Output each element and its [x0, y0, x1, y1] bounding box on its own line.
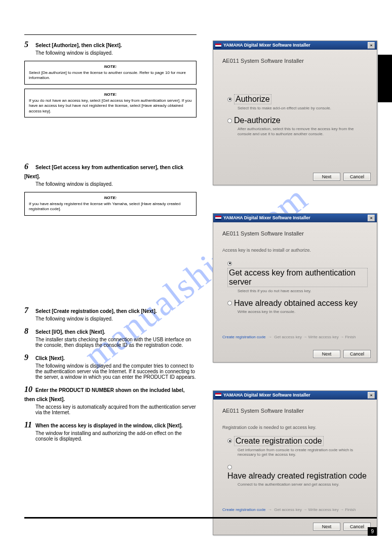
breadcrumb: Create registration code → Get access ke…: [222, 507, 368, 512]
step-sub: The installer starts checking the connec…: [35, 337, 197, 348]
close-icon[interactable]: ×: [368, 42, 375, 49]
side-tab: [378, 55, 392, 102]
next-button[interactable]: Next: [313, 350, 340, 358]
option-have-reg-code[interactable]: Have already created registration codeCo…: [227, 462, 368, 487]
app-icon: [215, 393, 221, 398]
installer-dialog-2: YAMAHA Digital Mixer Software Installer×…: [213, 213, 377, 363]
step-9: 9Click [Next].The following window is di…: [24, 353, 197, 380]
radio-label: De-authorize: [234, 116, 281, 125]
radio-label: Get access key from authentication serve…: [227, 268, 368, 287]
step-num: 10: [24, 385, 35, 394]
installer-dialog-1: YAMAHA Digital Mixer Software Installer×…: [213, 41, 377, 185]
step-sub: The following window is displayed.: [35, 50, 197, 56]
option-create-reg-code[interactable]: Create registration codeGet information …: [227, 436, 368, 457]
radio-icon[interactable]: [227, 301, 232, 305]
radio-icon[interactable]: [227, 97, 232, 102]
step-text: Select [I/O], then click [Next].: [35, 329, 105, 335]
note-body: If you do not have an access key, select…: [29, 98, 192, 114]
step-num: 8: [24, 327, 35, 336]
next-button[interactable]: Next: [313, 523, 340, 531]
step-11: 11When the access key is displayed in th…: [24, 420, 197, 442]
step-6: 6Select [Get access key from authenticat…: [24, 162, 197, 187]
option-desc: After authorization, select this to remo…: [238, 127, 368, 136]
dialog-title: YAMAHA Digital Mixer Software Installer: [223, 392, 310, 398]
step-text: When the access key is displayed in the …: [35, 423, 183, 428]
step-8: 8Select [I/O], then click [Next].The ins…: [24, 327, 197, 348]
dialog-lead: Registration code is needed to get acces…: [222, 425, 368, 430]
radio-label: Create registration code: [234, 436, 324, 446]
cancel-button[interactable]: Cancel: [343, 173, 371, 181]
step-text: Select [Authorize], then click [Next].: [35, 43, 122, 48]
step-5: 5Select [Authorize], then click [Next].T…: [24, 40, 197, 56]
step-10: 10Enter the PRODUCT ID NUMBER shown on t…: [24, 385, 197, 415]
dialog-title: YAMAHA Digital Mixer Software Installer: [223, 215, 310, 220]
titlebar[interactable]: YAMAHA Digital Mixer Software Installer×: [213, 391, 377, 400]
step-num: 11: [24, 420, 35, 429]
app-icon: [215, 216, 221, 220]
dialog-heading: AE011 System Software Installer: [222, 408, 368, 414]
radio-icon[interactable]: [227, 261, 232, 266]
step-text: Click [Next].: [35, 355, 65, 361]
step-sub: The access key is automatically acquired…: [35, 404, 197, 415]
footer-rule: [24, 517, 377, 519]
header-rule: [24, 34, 197, 35]
radio-label: Have already obtained access key: [234, 299, 358, 308]
note-body: Select [De-authorize] to move the licens…: [29, 70, 192, 81]
titlebar[interactable]: YAMAHA Digital Mixer Software Installer×: [213, 214, 377, 222]
app-icon: [215, 44, 221, 48]
step-text: Enter the PRODUCT ID NUMBER shown on the…: [24, 387, 184, 402]
next-button[interactable]: Next: [313, 173, 340, 181]
dialog-heading: AE011 System Software Installer: [222, 58, 368, 64]
step-sub: The window for installing and authorizin…: [35, 430, 197, 442]
option-desc: Write access key in the console.: [238, 309, 368, 314]
note-2: NOTE:If you do not have an access key, s…: [24, 89, 197, 117]
note-body: If you have already registered the licen…: [29, 202, 192, 212]
step-sub: The following window is displayed.: [35, 181, 197, 187]
radio-icon[interactable]: [227, 118, 232, 123]
radio-label: Authorize: [234, 94, 271, 104]
close-icon[interactable]: ×: [368, 392, 375, 399]
step-text: Select [Create registration code], then …: [35, 308, 157, 314]
step-sub: The following window is displayed.: [35, 316, 197, 322]
radio-label: Have already created registration code: [227, 471, 367, 481]
cancel-button[interactable]: Cancel: [343, 523, 371, 531]
option-deauthorize[interactable]: De-authorizeAfter authorization, select …: [227, 116, 368, 137]
page-number: 9: [368, 527, 377, 536]
note-1: NOTE:Select [De-authorize] to move the l…: [24, 61, 197, 85]
option-have-access-key[interactable]: Have already obtained access keyWrite ac…: [227, 298, 368, 314]
note-title: NOTE:: [29, 92, 192, 97]
step-num: 5: [24, 40, 35, 49]
dialog-heading: AE011 System Software Installer: [222, 230, 368, 236]
step-7: 7Select [Create registration code], then…: [24, 306, 197, 322]
titlebar[interactable]: YAMAHA Digital Mixer Software Installer×: [213, 41, 377, 50]
step-sub: The following window is displayed and th…: [35, 363, 197, 380]
option-desc: Select this if you do not have access ke…: [238, 289, 368, 294]
breadcrumb: Create registration code → Get access ke…: [222, 335, 368, 339]
option-desc: Get information from console to create r…: [238, 448, 368, 457]
crumb-current: Create registration code: [222, 335, 265, 339]
step-num: 6: [24, 162, 35, 171]
note-3: NOTE:If you have already registered the …: [24, 192, 197, 216]
option-authorize[interactable]: AuthorizeSelect this to make add-on effe…: [227, 94, 368, 111]
crumb-current: Create registration code: [222, 507, 265, 512]
option-desc: Select this to make add-on effect usable…: [238, 106, 368, 111]
installer-dialog-3: YAMAHA Digital Mixer Software Installer×…: [213, 390, 377, 536]
step-num: 7: [24, 306, 35, 315]
option-get-access-key[interactable]: Get access key from authentication serve…: [227, 259, 368, 294]
note-title: NOTE:: [29, 195, 192, 200]
dialog-title: YAMAHA Digital Mixer Software Installer: [223, 43, 310, 48]
dialog-lead: Access key is needed to install or autho…: [222, 248, 368, 253]
note-title: NOTE:: [29, 64, 192, 69]
cancel-button[interactable]: Cancel: [343, 350, 371, 358]
close-icon[interactable]: ×: [368, 215, 375, 221]
option-desc: Connect to the authentication server and…: [238, 482, 368, 487]
step-num: 9: [24, 353, 35, 362]
radio-icon[interactable]: [227, 465, 232, 469]
step-text: Select [Get access key from authenticati…: [24, 165, 183, 179]
radio-icon[interactable]: [227, 439, 232, 443]
